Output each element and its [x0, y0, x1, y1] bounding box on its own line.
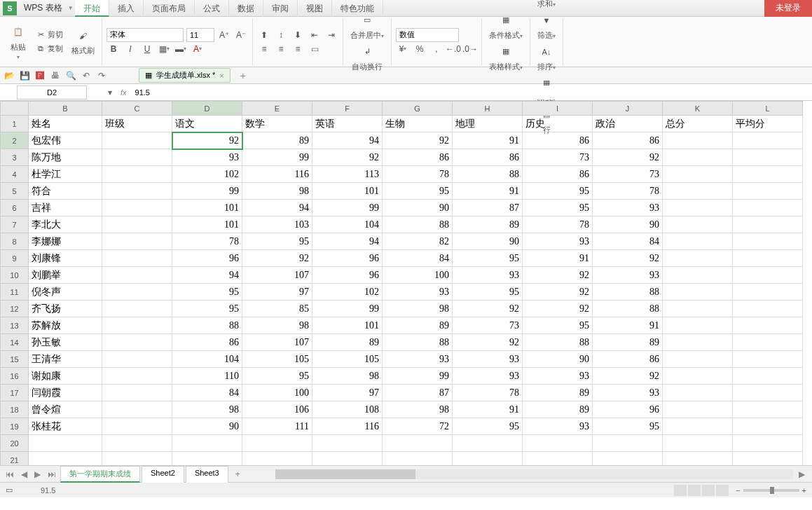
cell-J8[interactable]: 84 [593, 233, 663, 250]
cell-B12[interactable]: 齐飞扬 [29, 301, 102, 317]
cell-K13[interactable] [663, 317, 733, 334]
cell-J17[interactable]: 93 [593, 385, 663, 401]
scroll-right-icon[interactable]: ▶ [794, 469, 809, 479]
cell-J1[interactable]: 政治 [593, 116, 663, 132]
paste-button[interactable]: 📋 粘贴▾ [7, 21, 29, 63]
cell-G14[interactable]: 88 [383, 334, 453, 351]
cell-L21[interactable] [733, 452, 803, 466]
cell-G20[interactable] [383, 435, 453, 452]
row-header-20[interactable]: 20 [1, 435, 29, 452]
cell-D19[interactable]: 90 [172, 418, 242, 435]
cell-J21[interactable] [593, 452, 663, 466]
row-header-14[interactable]: 14 [1, 334, 29, 351]
row-header-3[interactable]: 3 [1, 149, 29, 166]
cell-B8[interactable]: 李娜娜 [29, 233, 102, 250]
cell-L13[interactable] [733, 317, 803, 334]
cell-K1[interactable]: 总分 [663, 116, 733, 132]
cell-I19[interactable]: 93 [523, 418, 593, 435]
cell-J6[interactable]: 93 [593, 200, 663, 216]
cell-J3[interactable]: 92 [593, 149, 663, 166]
merge-center-button[interactable]: ▭ 合并居中▾ [347, 11, 387, 42]
indent-decrease-button[interactable]: ⇤ [308, 28, 322, 42]
cell-F7[interactable]: 104 [312, 216, 383, 233]
add-sheet-button[interactable]: + [230, 469, 246, 479]
cell-G19[interactable]: 72 [383, 418, 453, 435]
cell-C13[interactable] [102, 317, 172, 334]
fx-icon[interactable]: fx [116, 88, 131, 97]
cell-D16[interactable]: 110 [172, 368, 242, 385]
cell-L11[interactable] [733, 284, 803, 301]
cell-E3[interactable]: 99 [242, 149, 312, 166]
cell-H16[interactable]: 93 [453, 368, 523, 385]
cell-H12[interactable]: 92 [453, 301, 523, 317]
cell-B4[interactable]: 杜学江 [29, 166, 102, 183]
cell-H21[interactable] [453, 452, 523, 466]
cell-F15[interactable]: 105 [312, 351, 383, 368]
name-box-dropdown-icon[interactable]: ▾ [104, 86, 116, 99]
align-right-button[interactable]: ≡ [291, 42, 305, 56]
cell-G13[interactable]: 89 [383, 317, 453, 334]
cell-J15[interactable]: 86 [593, 351, 663, 368]
cell-E6[interactable]: 94 [242, 200, 312, 216]
cell-G5[interactable]: 95 [383, 183, 453, 200]
cell-H17[interactable]: 78 [453, 385, 523, 401]
cell-D15[interactable]: 104 [172, 351, 242, 368]
cell-I13[interactable]: 95 [523, 317, 593, 334]
cell-D3[interactable]: 93 [172, 149, 242, 166]
cell-G7[interactable]: 88 [383, 216, 453, 233]
number-format-select[interactable] [396, 28, 459, 42]
undo-icon[interactable]: ↶ [80, 69, 92, 82]
cell-C3[interactable] [102, 149, 172, 166]
cell-I17[interactable]: 89 [523, 385, 593, 401]
cell-B7[interactable]: 李北大 [29, 216, 102, 233]
add-tab-button[interactable]: + [240, 70, 246, 81]
cell-H19[interactable]: 95 [453, 418, 523, 435]
cell-H13[interactable]: 73 [453, 317, 523, 334]
cell-K9[interactable] [663, 250, 733, 267]
cell-H7[interactable]: 89 [453, 216, 523, 233]
cell-G1[interactable]: 生物 [383, 116, 453, 132]
cell-D17[interactable]: 84 [172, 385, 242, 401]
wrap-text-button[interactable]: ↲ 自动换行 [347, 42, 387, 74]
cell-K21[interactable] [663, 452, 733, 466]
cell-K19[interactable] [663, 418, 733, 435]
cell-H9[interactable]: 95 [453, 250, 523, 267]
cell-D2[interactable]: 92 [172, 132, 242, 149]
col-header-J[interactable]: J [593, 102, 663, 116]
sheet-tab-2[interactable]: Sheet3 [186, 466, 228, 483]
cell-L15[interactable] [733, 351, 803, 368]
cell-H10[interactable]: 93 [453, 267, 523, 284]
cell-G21[interactable] [383, 452, 453, 466]
cell-C20[interactable] [102, 435, 172, 452]
cell-L5[interactable] [733, 183, 803, 200]
cell-B1[interactable]: 姓名 [29, 116, 102, 132]
indent-increase-button[interactable]: ⇥ [324, 28, 338, 42]
cell-D13[interactable]: 88 [172, 317, 242, 334]
cell-F10[interactable]: 96 [312, 267, 383, 284]
align-middle-button[interactable]: ↕ [274, 28, 288, 42]
cell-D5[interactable]: 99 [172, 183, 242, 200]
row-header-4[interactable]: 4 [1, 166, 29, 183]
cell-C8[interactable] [102, 233, 172, 250]
cell-E4[interactable]: 116 [242, 166, 312, 183]
cell-B20[interactable] [29, 435, 102, 452]
cell-K3[interactable] [663, 149, 733, 166]
row-header-21[interactable]: 21 [1, 452, 29, 466]
cell-B6[interactable]: 吉祥 [29, 200, 102, 216]
row-header-6[interactable]: 6 [1, 200, 29, 216]
cell-B18[interactable]: 曾令煊 [29, 401, 102, 418]
cell-G16[interactable]: 99 [383, 368, 453, 385]
cell-B10[interactable]: 刘鹏举 [29, 267, 102, 284]
cell-F11[interactable]: 102 [312, 284, 383, 301]
cell-D18[interactable]: 98 [172, 401, 242, 418]
cell-E12[interactable]: 85 [242, 301, 312, 317]
align-bottom-button[interactable]: ⬇ [291, 28, 305, 42]
cell-H15[interactable]: 93 [453, 351, 523, 368]
cell-I20[interactable] [523, 435, 593, 452]
cell-C14[interactable] [102, 334, 172, 351]
cell-J7[interactable]: 90 [593, 216, 663, 233]
cell-F17[interactable]: 97 [312, 385, 383, 401]
cell-F20[interactable] [312, 435, 383, 452]
cell-G17[interactable]: 87 [383, 385, 453, 401]
cell-J5[interactable]: 78 [593, 183, 663, 200]
